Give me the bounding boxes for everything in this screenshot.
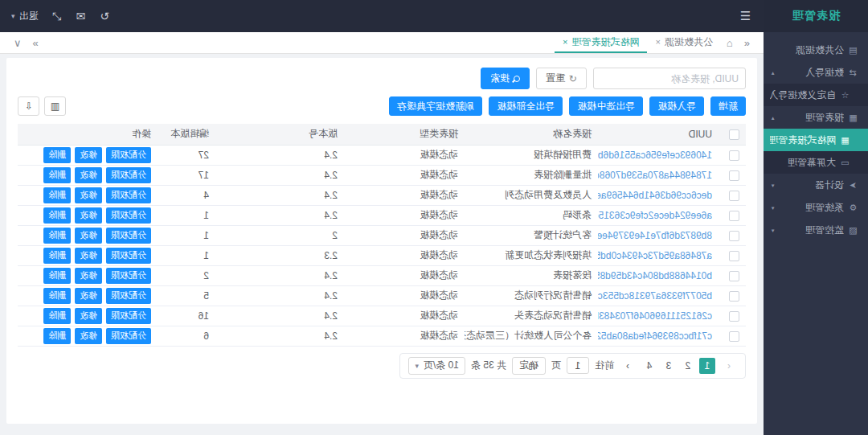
row-checkbox[interactable]: [729, 331, 739, 342]
sidebar-item[interactable]: ▭大屏幕管理: [764, 151, 868, 174]
toolbar-action-button[interactable]: 导入模板: [649, 96, 704, 116]
assign-permission-button[interactable]: 分配权限: [106, 288, 151, 304]
assign-permission-button[interactable]: 分配权限: [106, 167, 151, 183]
assign-permission-button[interactable]: 分配权限: [106, 207, 151, 224]
tab-网格式报表管理[interactable]: 网格式报表管理×: [555, 32, 647, 53]
delete-button[interactable]: 删除: [43, 248, 71, 264]
sidebar-item[interactable]: ▤公共数据源: [764, 39, 868, 61]
page-size-select[interactable]: 10 条/页 ▾: [408, 357, 465, 375]
report-table: UUID报表名称报表类型版本号编辑版本操作 140693cefe956ca551…: [18, 124, 746, 347]
page-button[interactable]: 1: [699, 358, 715, 374]
edit-button[interactable]: 修改: [75, 207, 102, 224]
page-button[interactable]: 2: [680, 358, 696, 374]
tabs-scroll-left-icon[interactable]: «: [739, 32, 755, 53]
message-icon[interactable]: ✉: [76, 10, 86, 23]
reset-button[interactable]: ↺ 重置: [536, 68, 587, 89]
edit-button[interactable]: 修改: [75, 187, 102, 203]
row-checkbox[interactable]: [729, 291, 739, 302]
column-settings-icon[interactable]: ▥: [44, 96, 66, 116]
menu-collapse-icon[interactable]: ☰: [740, 9, 751, 23]
assign-permission-button[interactable]: 分配权限: [106, 268, 151, 284]
prev-page-icon[interactable]: ‹: [721, 358, 737, 374]
uuid-link[interactable]: 140693cefe956ca5516d6b66e2...: [598, 150, 712, 161]
toolbar-action-button[interactable]: 刷新数据字典缓存: [389, 96, 482, 116]
uuid-link[interactable]: c71fbcc893964feda80ab52ee0...: [598, 330, 712, 342]
edit-button[interactable]: 修改: [75, 248, 102, 264]
search-button[interactable]: 搜索: [481, 68, 530, 89]
tabs-menu-icon[interactable]: ∨: [8, 32, 27, 53]
toolbar-action-button[interactable]: 导出全部模板: [489, 96, 563, 116]
close-icon[interactable]: ×: [563, 37, 567, 47]
refresh-icon[interactable]: ↻: [100, 10, 109, 23]
uuid-link[interactable]: b0144688bd804c43d59d85871a...: [598, 270, 712, 281]
uuid-link[interactable]: 8b9873d6fb7e14e93794ee7fc1...: [598, 230, 712, 241]
row-checkbox[interactable]: [729, 170, 739, 181]
row-select-cell: [719, 145, 746, 165]
home-icon[interactable]: ⌂: [721, 32, 739, 53]
edit-button[interactable]: 修改: [75, 308, 102, 324]
goto-page-input[interactable]: [567, 357, 589, 374]
sidebar-item[interactable]: ⚙系统管理▼: [764, 196, 868, 219]
logout-button[interactable]: 退出 ▾: [11, 10, 39, 23]
fullscreen-icon[interactable]: ⤢: [53, 10, 62, 23]
delete-button[interactable]: 删除: [43, 187, 71, 203]
uuid-link[interactable]: b5077f9336a79318cd553cc22...: [598, 290, 712, 302]
toolbar-action-button[interactable]: 新增: [710, 96, 746, 116]
delete-button[interactable]: 删除: [43, 288, 71, 304]
export-download-icon[interactable]: ⇩: [18, 96, 39, 116]
row-checkbox[interactable]: [729, 191, 739, 201]
row-checkbox[interactable]: [729, 251, 739, 261]
row-checkbox[interactable]: [729, 211, 739, 221]
row-checkbox[interactable]: [729, 150, 739, 161]
uuid-link[interactable]: c26125111696046f703483b7915...: [598, 310, 712, 322]
confirm-button[interactable]: 确定: [512, 357, 546, 375]
next-page-icon[interactable]: ›: [620, 358, 636, 374]
star-icon: ☆: [840, 90, 850, 101]
row-checkbox[interactable]: [729, 271, 739, 281]
edit-button[interactable]: 修改: [75, 167, 102, 183]
close-icon[interactable]: ×: [655, 37, 660, 47]
sidebar-item[interactable]: ▧监控管理▼: [764, 219, 868, 241]
delete-button[interactable]: 删除: [43, 268, 71, 284]
delete-button[interactable]: 删除: [43, 308, 71, 324]
assign-permission-button[interactable]: 分配权限: [106, 147, 151, 163]
uuid-link[interactable]: 17849844a870a539d7068c6d3...: [598, 170, 712, 181]
delete-button[interactable]: 删除: [43, 207, 71, 224]
row-checkbox[interactable]: [729, 311, 739, 322]
tabs-scroll-right-icon[interactable]: »: [27, 32, 44, 53]
screen-icon: ▭: [840, 158, 850, 168]
delete-button[interactable]: 删除: [43, 147, 71, 163]
uuid-link[interactable]: dec6cc96d3641b644569ae18...: [598, 190, 712, 201]
row-checkbox[interactable]: [729, 231, 739, 241]
select-all-checkbox[interactable]: [729, 129, 739, 140]
tab-公共数据源[interactable]: 公共数据源×: [647, 32, 720, 53]
sidebar-item[interactable]: ☆自定义数据导入: [764, 84, 868, 106]
sidebar-item-label: 报表管理: [805, 111, 844, 125]
sidebar-item[interactable]: ▦报表管理▲: [764, 106, 868, 129]
uuid-link[interactable]: a78468a95d73c4934c0bd5d11...: [598, 250, 712, 261]
search-input[interactable]: [593, 68, 746, 89]
toolbar-action-button[interactable]: 导出选中模板: [569, 96, 643, 116]
edit-button[interactable]: 修改: [75, 228, 102, 244]
version-cell: 2.4: [215, 205, 344, 225]
assign-permission-button[interactable]: 分配权限: [106, 328, 151, 344]
delete-button[interactable]: 删除: [43, 167, 71, 183]
delete-button[interactable]: 删除: [43, 228, 71, 244]
sidebar-item[interactable]: ➤设计器▼: [764, 174, 868, 196]
page-button[interactable]: 4: [641, 358, 657, 374]
page-button[interactable]: 3: [661, 358, 677, 374]
edit-button[interactable]: 修改: [75, 268, 102, 284]
assign-permission-button[interactable]: 分配权限: [106, 308, 151, 324]
assign-permission-button[interactable]: 分配权限: [106, 187, 151, 203]
edit-button[interactable]: 修改: [75, 288, 102, 304]
edit-button[interactable]: 修改: [75, 147, 102, 163]
sidebar-item[interactable]: ▦网格式报表管理: [764, 129, 868, 151]
report-type-cell: 动态模板: [344, 265, 465, 285]
uuid-link[interactable]: a6ee924dece2cfe9c36315c902...: [598, 210, 712, 221]
sidebar-item[interactable]: ⇄数据导入▲: [764, 61, 868, 84]
assign-permission-button[interactable]: 分配权限: [106, 228, 151, 244]
delete-button[interactable]: 删除: [43, 328, 71, 344]
edit-button[interactable]: 修改: [75, 328, 102, 344]
assign-permission-button[interactable]: 分配权限: [106, 248, 151, 264]
uuid-cell: a78468a95d73c4934c0bd5d11...: [598, 245, 719, 265]
